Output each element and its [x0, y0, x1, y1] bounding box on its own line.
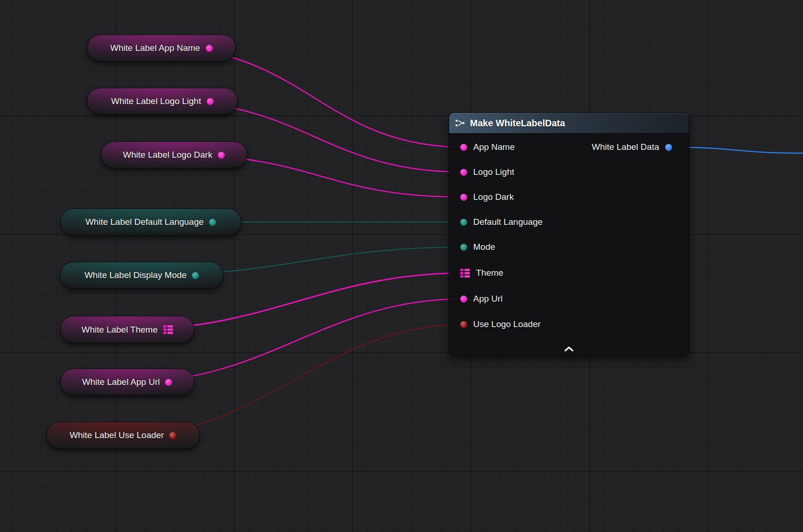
blueprint-graph-canvas[interactable]: White Label App NameWhite Label Logo Lig… — [0, 0, 803, 532]
input-pin-row: Use Logo Loader — [460, 319, 541, 329]
variable-node-label: White Label App Url — [82, 377, 160, 387]
input-pin-row: Theme — [460, 268, 503, 278]
variable-node-label: White Label Display Mode — [85, 270, 187, 280]
collapse-node-button[interactable] — [559, 345, 579, 353]
input-pin[interactable] — [460, 219, 467, 226]
output-pin[interactable] — [165, 379, 172, 386]
make-whitelabeldata-node[interactable]: Make WhiteLabelDataApp NameLogo LightLog… — [449, 112, 689, 356]
variable-node-display-mode[interactable]: White Label Display Mode — [60, 262, 223, 289]
variable-node-app-url[interactable]: White Label App Url — [60, 369, 194, 396]
make-struct-icon — [455, 119, 465, 127]
input-pin[interactable] — [460, 194, 467, 201]
map-pin-cell — [460, 269, 463, 271]
node-title: Make WhiteLabelData — [470, 118, 565, 129]
input-pin-label: Use Logo Loader — [473, 319, 541, 329]
variable-node-logo-light[interactable]: White Label Logo Light — [87, 88, 238, 115]
input-pin-row: App Name — [460, 142, 515, 152]
variable-node-use-loader[interactable]: White Label Use Loader — [46, 422, 200, 449]
map-pin-cell — [167, 325, 173, 328]
variable-node-logo-dark[interactable]: White Label Logo Dark — [101, 142, 247, 168]
input-pin-row: Logo Light — [460, 167, 514, 177]
output-pin[interactable] — [665, 144, 672, 151]
input-pin[interactable] — [460, 296, 467, 303]
input-pin[interactable] — [460, 169, 467, 176]
input-pin-label: Mode — [473, 242, 495, 252]
variable-node-label: White Label Logo Light — [111, 96, 201, 106]
output-pin[interactable] — [206, 45, 213, 52]
output-pin-row: White Label Data — [592, 142, 672, 152]
output-pin[interactable] — [218, 152, 225, 159]
variable-node-label: White Label App Name — [110, 43, 200, 53]
map-pin-cell — [460, 275, 463, 278]
input-pin-label: App Name — [473, 142, 515, 152]
variable-node-app-name[interactable]: White Label App Name — [87, 35, 236, 62]
input-pin[interactable] — [460, 144, 467, 151]
input-pin-row: App Url — [460, 294, 502, 304]
input-pin-row: Mode — [460, 242, 495, 252]
input-pin[interactable] — [460, 321, 467, 328]
map-pin-cell — [460, 272, 463, 274]
chevron-up-icon — [563, 346, 574, 352]
output-pin-label: White Label Data — [592, 142, 659, 152]
map-pin-cell — [464, 269, 470, 271]
map-pin-cell — [167, 328, 173, 331]
input-pin-label: App Url — [473, 294, 502, 304]
variable-node-default-language[interactable]: White Label Default Language — [60, 209, 241, 235]
map-pin-cell — [464, 275, 470, 278]
variable-node-label: White Label Default Language — [86, 217, 204, 227]
input-pin-map-icon[interactable] — [460, 269, 470, 278]
map-pin-cell — [163, 328, 167, 331]
output-pin[interactable] — [169, 432, 176, 439]
variable-node-label: White Label Theme — [81, 325, 157, 335]
input-pin-label: Logo Light — [473, 167, 514, 177]
variable-node-theme[interactable]: White Label Theme — [60, 316, 194, 343]
input-pin-label: Logo Dark — [473, 192, 514, 202]
output-pin-map-icon[interactable] — [163, 325, 173, 334]
input-pin[interactable] — [460, 244, 467, 251]
map-pin-cell — [464, 272, 470, 274]
input-pin-row: Default Language — [460, 217, 543, 227]
input-pin-label: Theme — [476, 268, 503, 278]
node-header[interactable]: Make WhiteLabelData — [449, 113, 689, 134]
output-pin[interactable] — [209, 219, 216, 226]
variable-node-label: White Label Logo Dark — [123, 150, 212, 160]
input-pin-label: Default Language — [473, 217, 543, 227]
output-pin[interactable] — [192, 272, 199, 279]
node-layer: White Label App NameWhite Label Logo Lig… — [0, 0, 803, 532]
output-pin[interactable] — [207, 98, 214, 105]
map-pin-cell — [163, 325, 167, 328]
map-pin-cell — [167, 332, 173, 334]
variable-node-label: White Label Use Loader — [70, 430, 164, 440]
input-pin-row: Logo Dark — [460, 192, 514, 202]
map-pin-cell — [163, 332, 167, 334]
